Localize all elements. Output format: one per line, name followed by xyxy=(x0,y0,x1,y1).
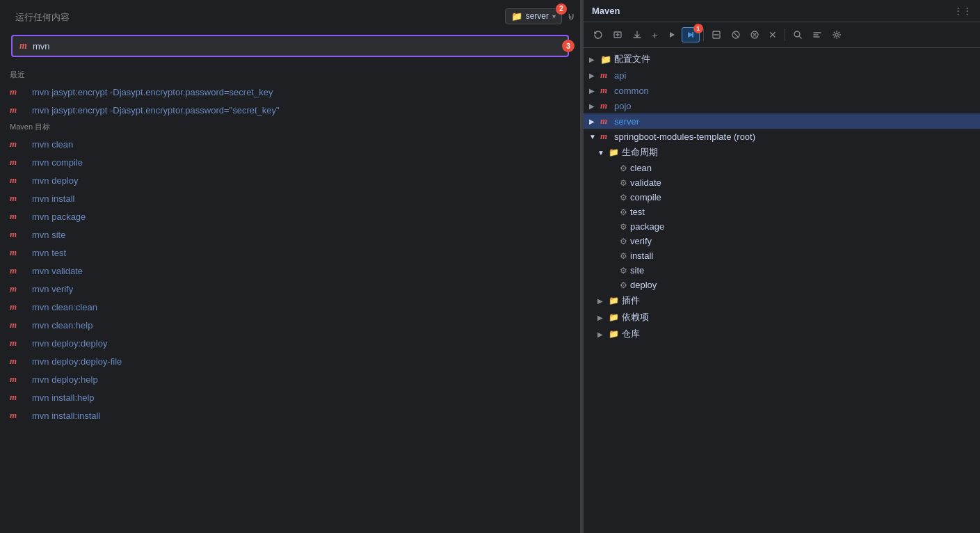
chevron-right-icon: ▶ xyxy=(589,72,597,79)
list-item[interactable]: m mvn package xyxy=(0,207,580,225)
mvn-icon: m xyxy=(10,247,21,258)
chevron-right-icon: ▶ xyxy=(589,102,597,110)
maven-section-label: Maven 目标 xyxy=(0,119,580,135)
list-item[interactable]: m mvn install:help xyxy=(0,388,580,406)
filter-icon[interactable]: ⊌ xyxy=(568,10,575,22)
list-item[interactable]: m mvn validate xyxy=(0,262,580,280)
folder-icon: 📁 xyxy=(600,54,611,65)
download-button[interactable] xyxy=(628,27,646,42)
item-label: 仓库 xyxy=(622,328,640,340)
run-button[interactable] xyxy=(664,28,680,42)
tree-item-verify[interactable]: ⚙ verify xyxy=(584,234,980,248)
tree-item-plugins[interactable]: ▶ 📁 插件 xyxy=(584,292,980,309)
settings-button[interactable] xyxy=(828,27,846,42)
list-item[interactable]: m mvn deploy:help xyxy=(0,370,580,388)
stop-button[interactable] xyxy=(746,28,763,42)
item-label: server xyxy=(614,116,639,127)
mvn-icon: m xyxy=(10,356,21,367)
list-item[interactable]: m mvn verify xyxy=(0,280,580,298)
tree-item-lifecycle[interactable]: ▼ 📁 生命周期 xyxy=(584,144,980,161)
suggestion-text: mvn jasypt:encrypt -Djasypt.encryptor.pa… xyxy=(32,105,280,116)
mvn-icon: m xyxy=(10,410,21,421)
tree-item-clean[interactable]: ⚙ clean xyxy=(584,161,980,175)
list-item[interactable]: m mvn test xyxy=(0,244,580,262)
tree-item-server[interactable]: ▶ m server xyxy=(584,113,980,129)
tree-item-deploy[interactable]: ⚙ deploy xyxy=(584,278,980,292)
maven-icon: m xyxy=(600,100,611,111)
mvn-icon: m xyxy=(10,157,21,168)
list-item[interactable]: m mvn jasypt:encrypt -Djasypt.encryptor.… xyxy=(0,101,580,119)
run-config-badge: 1 xyxy=(693,24,703,33)
suggestion-text: mvn deploy:help xyxy=(32,374,98,385)
list-item[interactable]: m mvn site xyxy=(0,225,580,244)
list-item[interactable]: m mvn deploy:deploy xyxy=(0,334,580,352)
tree-item-api[interactable]: ▶ m api xyxy=(584,67,980,83)
deps-folder-icon: 📁 xyxy=(609,312,619,322)
skip-tests-button[interactable] xyxy=(727,27,745,42)
tree-item-pojo[interactable]: ▶ m pojo xyxy=(584,98,980,113)
tree-item-compile[interactable]: ⚙ compile xyxy=(584,190,980,205)
mvn-icon: m xyxy=(10,283,21,294)
list-item[interactable]: m mvn deploy:deploy-file xyxy=(0,352,580,370)
mvn-icon: m xyxy=(10,193,21,204)
tree-item-validate[interactable]: ⚙ validate xyxy=(584,175,980,190)
folder-icon: 📁 xyxy=(511,11,522,22)
tree-item-repo[interactable]: ▶ 📁 仓库 xyxy=(584,326,980,342)
tree-item-common[interactable]: ▶ m common xyxy=(584,83,980,98)
item-label: site xyxy=(630,265,644,276)
gear-icon: ⚙ xyxy=(620,193,627,202)
item-label: 插件 xyxy=(622,294,640,307)
list-item[interactable]: m mvn clean:clean xyxy=(0,298,580,316)
item-label: validate xyxy=(630,177,661,188)
suggestion-text: mvn compile xyxy=(32,157,83,168)
list-item[interactable]: m mvn compile xyxy=(0,153,580,171)
toggle-offline-button[interactable] xyxy=(707,27,725,42)
tree-item-install[interactable]: ⚙ install xyxy=(584,248,980,263)
mvn-icon: m xyxy=(10,104,21,116)
mvn-icon: m xyxy=(10,392,21,403)
add-button[interactable]: + xyxy=(648,27,662,43)
list-item[interactable]: m mvn deploy xyxy=(0,171,580,189)
item-label: verify xyxy=(630,236,652,246)
tree-item-test[interactable]: ⚙ test xyxy=(584,205,980,219)
mvn-icon: m xyxy=(10,319,21,331)
close-button[interactable]: ✕ xyxy=(764,26,781,43)
gear-icon: ⚙ xyxy=(620,178,627,188)
list-item[interactable]: m mvn jasypt:encrypt -Djasypt.encryptor.… xyxy=(0,83,580,101)
mvn-icon: m xyxy=(10,138,21,150)
recent-section-label: 最近 xyxy=(0,67,580,83)
tree-item-config[interactable]: ▶ 📁 配置文件 xyxy=(584,51,980,67)
chevron-down-icon: ▼ xyxy=(589,133,597,141)
suggestion-text: mvn install:install xyxy=(32,411,100,421)
chevron-right-icon: ▶ xyxy=(597,314,606,321)
add-profile-button[interactable] xyxy=(609,27,627,42)
item-label: 依赖项 xyxy=(622,311,649,324)
item-label: api xyxy=(614,70,626,81)
item-label: 生命周期 xyxy=(622,146,658,159)
suggestion-text: mvn clean:help xyxy=(32,320,93,331)
suggestion-text: mvn install:help xyxy=(32,392,95,403)
suggestion-list: 最近 m mvn jasypt:encrypt -Djasypt.encrypt… xyxy=(0,67,580,533)
chevron-right-icon: ▶ xyxy=(589,87,597,95)
list-item[interactable]: m mvn install:install xyxy=(0,406,580,424)
tree-item-package[interactable]: ⚙ package xyxy=(584,219,980,234)
gear-icon: ⚙ xyxy=(620,237,627,246)
list-item[interactable]: m mvn clean xyxy=(0,135,580,153)
run-anything-title: 运行任何内容 xyxy=(6,4,79,28)
refresh-button[interactable] xyxy=(589,27,607,42)
gear-icon: ⚙ xyxy=(620,280,627,290)
search-input-container: m 3 xyxy=(11,35,569,57)
more-icon[interactable]: ⋮⋮ xyxy=(954,6,972,16)
tree-item-root[interactable]: ▼ m springboot-modules-template (root) xyxy=(584,129,980,144)
find-button[interactable] xyxy=(789,27,807,42)
columns-button[interactable] xyxy=(808,27,826,42)
search-input[interactable] xyxy=(33,41,561,51)
tree-item-site[interactable]: ⚙ site xyxy=(584,263,980,278)
run-config-button[interactable]: 1 xyxy=(682,27,700,42)
list-item[interactable]: m mvn clean:help xyxy=(0,316,580,334)
server-dropdown[interactable]: 2 📁 server ▾ xyxy=(505,8,562,24)
chevron-right-icon: ▶ xyxy=(589,56,597,63)
list-item[interactable]: m mvn install xyxy=(0,189,580,207)
tree-item-deps[interactable]: ▶ 📁 依赖项 xyxy=(584,309,980,326)
maven-icon: m xyxy=(600,70,611,81)
